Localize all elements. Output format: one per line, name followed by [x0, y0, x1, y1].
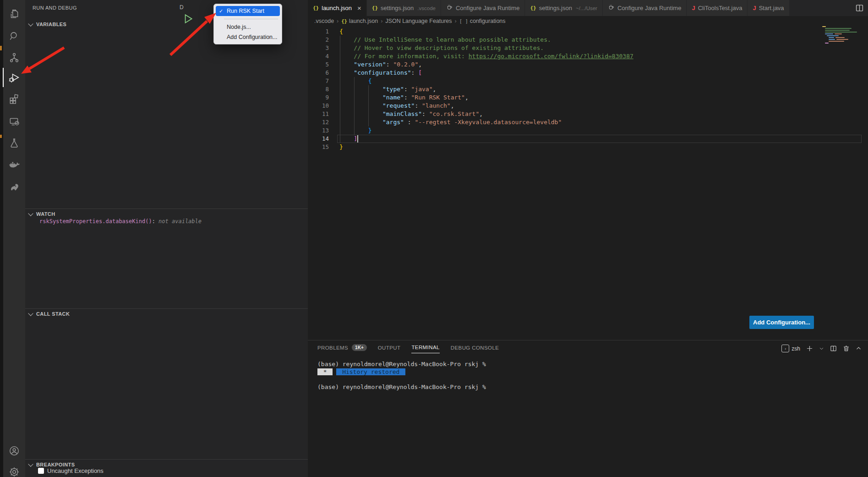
java-file-icon: J — [753, 5, 756, 11]
extensions-icon[interactable] — [3, 88, 25, 110]
panel-tab-label: PROBLEMS — [317, 345, 348, 351]
breadcrumb-label: configurations — [470, 18, 506, 24]
line-number: 7 — [308, 77, 339, 85]
code-line-8[interactable]: 8 "type": "java", — [308, 85, 868, 93]
line-number: 12 — [308, 118, 339, 126]
tab-label: Configure Java Runtime — [456, 5, 519, 11]
code-line-10[interactable]: 10 "request": "launch", — [308, 102, 868, 110]
code-line-3[interactable]: 3 // Hover to view descriptions of exist… — [308, 44, 868, 52]
section-watch[interactable]: WATCH — [25, 209, 308, 219]
watch-expression: rskSystemProperties.databaseKind() — [39, 218, 152, 225]
editor-tabs: {}launch.json×{}settings.json.vscodeConf… — [308, 0, 868, 16]
new-terminal-icon[interactable] — [806, 345, 813, 352]
code-line-13[interactable]: 13 } — [308, 126, 868, 135]
docker-icon[interactable] — [3, 154, 25, 175]
split-terminal-icon[interactable] — [830, 345, 837, 352]
maximize-panel-chevron-icon[interactable] — [856, 345, 862, 351]
line-content: } — [339, 126, 371, 135]
line-content: "mainClass": "co.rsk.Start", — [339, 110, 483, 118]
breadcrumb-item--vscode[interactable]: .vscode — [314, 18, 334, 24]
line-content: } — [339, 143, 343, 151]
indent-guide — [368, 85, 369, 126]
history-restored-badge: History restored — [336, 368, 405, 375]
breadcrumb-label: .vscode — [314, 18, 334, 24]
close-icon[interactable]: × — [357, 5, 361, 11]
gradle-icon[interactable] — [3, 176, 25, 197]
accounts-icon[interactable] — [3, 440, 25, 461]
chevron-down-icon — [28, 311, 33, 316]
tab-spacer — [790, 0, 851, 16]
settings-gear-icon[interactable] — [3, 461, 25, 477]
section-call-stack[interactable]: CALL STACK — [25, 309, 308, 319]
panel-tab-debug-console[interactable]: DEBUG CONSOLE — [451, 345, 499, 353]
code-line-12[interactable]: 12 "args" : "--regtest -Xkeyvalue.dataso… — [308, 118, 868, 126]
debug-configuration-context-menu: ✓Run RSK StartNode.js...Add Configuratio… — [213, 4, 282, 44]
code-line-7[interactable]: 7 { — [308, 77, 868, 85]
checkmark-icon: ✓ — [219, 6, 223, 16]
tab-detail: ~/.../User — [576, 5, 597, 11]
code-line-14[interactable]: 14 ] — [308, 135, 868, 143]
terminal-line: * History restored — [317, 368, 486, 376]
menu-item-node-js-[interactable]: Node.js... — [216, 22, 280, 32]
panel-tab-output[interactable]: OUTPUT — [378, 345, 401, 353]
code-line-9[interactable]: 9 "name": "Run RSK Start", — [308, 93, 868, 102]
terminal-output[interactable]: (base) reynoldmorel@Reynolds-MacBook-Pro… — [317, 361, 486, 391]
tab-launch-json[interactable]: {}launch.json× — [308, 0, 367, 16]
line-content: "request": "launch", — [339, 102, 454, 110]
testing-icon[interactable] — [3, 132, 25, 154]
chevron-down-icon — [28, 461, 33, 466]
panel-tab-terminal[interactable]: TERMINAL — [411, 345, 439, 353]
terminal-shell-chip[interactable]: › zsh — [781, 345, 800, 352]
uncaught-exceptions-checkbox[interactable] — [38, 468, 44, 474]
split-editor-icon[interactable] — [851, 0, 868, 16]
json-file-icon: {} — [372, 5, 378, 11]
array-symbol-icon: [ ] — [459, 18, 468, 24]
tab-configure-java-runtime[interactable]: Configure Java Runtime — [441, 0, 525, 16]
terminal-dropdown-chevron-icon[interactable] — [819, 346, 824, 351]
edge-artifact — [0, 135, 2, 138]
menu-item-run-rsk-start[interactable]: ✓Run RSK Start — [216, 6, 280, 16]
line-content: { — [339, 27, 343, 36]
code-line-11[interactable]: 11 "mainClass": "co.rsk.Start", — [308, 110, 868, 118]
section-label: BREAKPOINTS — [36, 462, 75, 467]
menu-item-add-configuration-[interactable]: Add Configuration... — [216, 32, 280, 42]
section-label: WATCH — [36, 211, 55, 217]
remote-explorer-icon[interactable] — [3, 111, 25, 132]
tab-clitoolstest-java[interactable]: JCliToolsTest.java — [687, 0, 748, 16]
panel-tabs: PROBLEMS1K+OUTPUTTERMINALDEBUG CONSOLE — [317, 344, 499, 354]
explorer-icon[interactable] — [3, 4, 25, 25]
breadcrumb-item-json-language-features[interactable]: JSON Language Features — [385, 18, 452, 24]
code-line-5[interactable]: 5 "version": "0.2.0", — [308, 60, 868, 69]
breadcrumb-label: launch.json — [349, 18, 378, 24]
add-configuration-button[interactable]: Add Configuration... — [749, 316, 814, 329]
panel-tab-problems[interactable]: PROBLEMS1K+ — [317, 344, 367, 354]
launch-config-dropdown[interactable]: D — [180, 4, 184, 11]
watch-expression-row[interactable]: rskSystemProperties.databaseKind(): not … — [39, 218, 202, 225]
json-file-icon: {} — [530, 5, 536, 11]
section-label: CALL STACK — [36, 311, 70, 317]
line-number: 14 — [308, 135, 339, 143]
breadcrumb-item-launch-json[interactable]: {}launch.json — [341, 18, 378, 24]
code-line-4[interactable]: 4 // For more information, visit: https:… — [308, 52, 868, 60]
search-icon[interactable] — [3, 26, 25, 47]
line-content: "name": "Run RSK Start", — [339, 93, 469, 102]
line-number: 5 — [308, 60, 339, 69]
kill-terminal-trash-icon[interactable] — [843, 345, 850, 352]
code-line-15[interactable]: 15} — [308, 143, 868, 151]
tab-settings-json[interactable]: {}settings.json.vscode — [367, 0, 441, 16]
run-and-debug-icon[interactable] — [3, 67, 25, 88]
code-editor: 1{2 // Use IntelliSense to learn about p… — [308, 27, 868, 151]
tab-configure-java-runtime[interactable]: Configure Java Runtime — [603, 0, 687, 16]
terminal-line: (base) reynoldmorel@Reynolds-MacBook-Pro… — [317, 361, 486, 368]
line-content: "args" : "--regtest -Xkeyvalue.datasourc… — [339, 118, 562, 126]
code-line-1[interactable]: 1{ — [308, 27, 868, 36]
line-content: // Hover to view descriptions of existin… — [339, 44, 544, 52]
minimap[interactable] — [822, 25, 858, 44]
tab-label: Configure Java Runtime — [617, 5, 681, 11]
code-line-6[interactable]: 6 "configurations": [ — [308, 69, 868, 77]
tab-settings-json[interactable]: {}settings.json~/.../User — [525, 0, 603, 16]
code-line-2[interactable]: 2 // Use IntelliSense to learn about pos… — [308, 36, 868, 44]
source-control-icon[interactable] — [3, 47, 25, 68]
breadcrumb-item-configurations[interactable]: [ ]configurations — [459, 18, 506, 24]
tab-start-java[interactable]: JStart.java — [748, 0, 789, 16]
